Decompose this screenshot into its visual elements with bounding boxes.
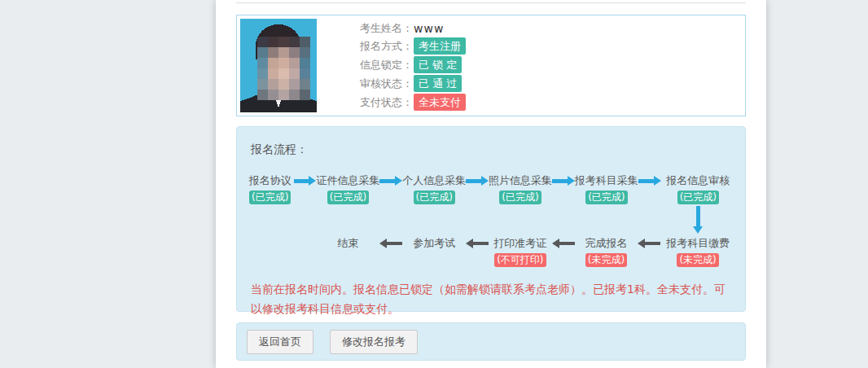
flow-step-agreement: 报名协议 (已完成) (247, 173, 294, 204)
arrow-right-icon (379, 173, 402, 188)
actions-panel: 返回首页 修改报名报考 (236, 322, 746, 361)
candidate-fields: 考生姓名： www 报名方式： 考生注册 信息锁定： 已 锁 定 审核状态： 已… (360, 19, 466, 112)
field-info-lock: 信息锁定： 已 锁 定 (360, 56, 466, 73)
candidate-info-panel: 考生姓名： www 报名方式： 考生注册 信息锁定： 已 锁 定 审核状态： 已… (236, 15, 746, 116)
field-registration-method: 报名方式： 考生注册 (360, 37, 466, 55)
top-divider (236, 2, 746, 3)
main-content-area: 考生姓名： www 报名方式： 考生注册 信息锁定： 已 锁 定 审核状态： 已… (216, 0, 766, 368)
field-label: 报名方式： (360, 39, 414, 54)
flow-row-forward: 报名协议 (已完成) 证件信息采集 (已完成) 个人信息采集 (已完成) 照片信… (247, 173, 735, 204)
status-badge: (已完成) (585, 191, 627, 204)
arrow-right-icon (294, 173, 317, 188)
payment-status-badge: 全未支付 (414, 94, 466, 111)
field-label: 支付状态： (360, 95, 414, 110)
flow-step-complete-registration: 完成报名 (未完成) (575, 236, 638, 267)
registration-flow-panel: 报名流程： 报名协议 (已完成) 证件信息采集 (已完成) 个人信息采集 (已完… (236, 126, 746, 312)
flow-step-end: 结束 (317, 236, 380, 251)
back-home-button[interactable]: 返回首页 (247, 330, 313, 354)
registration-notice-text: 当前在报名时间内。报名信息已锁定（如需解锁请联系考点老师）。已报考1科。全未支付… (251, 279, 731, 318)
flow-step-photo-info: 照片信息采集 (已完成) (489, 173, 552, 204)
status-badge: (已完成) (327, 191, 369, 204)
arrow-left-icon (466, 236, 489, 251)
candidate-name-value: www (414, 22, 444, 35)
status-badge: (已完成) (499, 191, 541, 204)
field-review-status: 审核状态： 已 通 过 (360, 75, 466, 92)
flow-step-take-exam: 参加考试 (402, 236, 466, 251)
status-badge: (不可打印) (494, 253, 546, 267)
flow-step-print-ticket: 打印准考证 (不可打印) (489, 236, 552, 267)
status-badge: (未完成) (677, 253, 718, 267)
flow-step-credential-info: 证件信息采集 (已完成) (316, 173, 379, 204)
status-badge: (已完成) (414, 191, 455, 204)
info-lock-badge: 已 锁 定 (414, 56, 462, 73)
arrow-left-icon (379, 236, 402, 251)
field-payment-status: 支付状态： 全未支付 (360, 94, 466, 111)
candidate-photo (240, 19, 317, 112)
review-status-badge: 已 通 过 (414, 75, 462, 92)
status-badge: (未完成) (585, 253, 627, 267)
page-background: 考生姓名： www 报名方式： 考生注册 信息锁定： 已 锁 定 审核状态： 已… (0, 0, 868, 368)
field-candidate-name: 考生姓名： www (360, 21, 466, 36)
field-label: 信息锁定： (360, 58, 414, 72)
arrow-left-icon (638, 236, 660, 251)
arrow-right-icon (552, 173, 575, 188)
arrow-right-icon (466, 173, 489, 188)
flow-title: 报名流程： (251, 142, 735, 157)
arrow-left-icon (552, 236, 575, 251)
arrow-right-icon (638, 173, 661, 188)
flow-row-connector (247, 206, 735, 234)
field-label: 考生姓名： (360, 21, 414, 36)
arrow-down-icon (693, 206, 703, 234)
flow-step-info-review: 报名信息审核 (已完成) (661, 173, 735, 204)
flow-row-backward: 结束 参加考试 打印准考证 (不可打印) 完成报名 (未完成) (247, 236, 735, 267)
status-badge: (已完成) (677, 191, 719, 204)
registration-method-badge: 考生注册 (414, 37, 466, 55)
field-label: 审核状态： (360, 77, 414, 91)
flow-step-personal-info: 个人信息采集 (已完成) (402, 173, 466, 204)
flow-step-subject-payment: 报考科目缴费 (未完成) (660, 236, 735, 267)
modify-registration-button[interactable]: 修改报名报考 (330, 330, 418, 354)
flow-step-subject-selection: 报考科目采集 (已完成) (575, 173, 638, 204)
status-badge: (已完成) (249, 191, 291, 204)
